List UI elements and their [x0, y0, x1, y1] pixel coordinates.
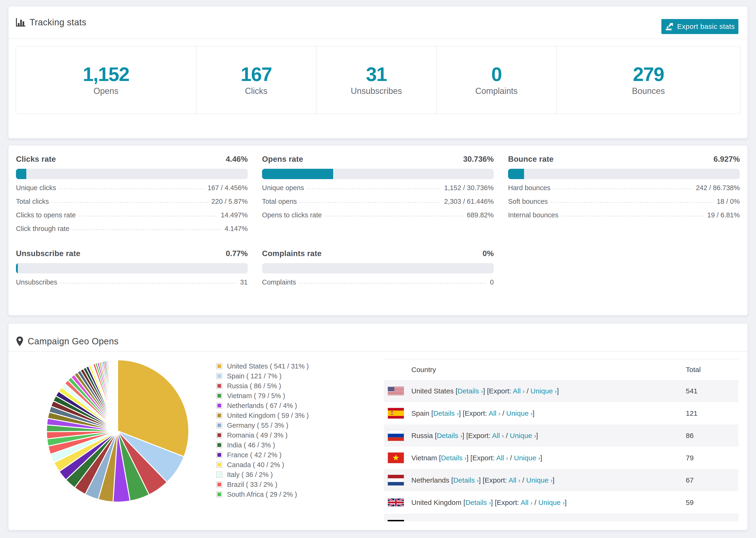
legend-label: Netherlands ( 67 / 4% ): [227, 402, 297, 409]
flag-ru-icon: [388, 430, 404, 441]
legend-swatch: [216, 432, 222, 438]
export-unique-link[interactable]: Unique ›: [531, 387, 557, 395]
rate-detail-row: Complaints0: [262, 278, 494, 292]
rate-detail-label: Internal bounces: [508, 211, 558, 219]
details-link[interactable]: Details ›: [444, 521, 470, 521]
rate-progress-fill: [16, 263, 18, 273]
export-all-link[interactable]: All ›: [509, 476, 520, 484]
rate-value: 4.46%: [226, 155, 248, 164]
geo-table-row-es: Spain [Details ›] [Export: All › / Uniqu…: [384, 402, 738, 424]
details-link[interactable]: Details ›: [465, 499, 491, 506]
legend-swatch: [216, 363, 222, 369]
flag-de-icon: [388, 520, 404, 521]
details-link[interactable]: Details ›: [453, 476, 479, 484]
rate-detail-row: Soft bounces18 / 0%: [508, 198, 740, 211]
export-all-link[interactable]: All ›: [521, 499, 532, 506]
stat-label: Bounces: [632, 86, 665, 96]
rate-detail-value: 4.147%: [225, 225, 248, 233]
details-link[interactable]: Details ›: [441, 454, 466, 462]
export-button-label: Export basic stats: [677, 23, 735, 30]
legend-item: Spain ( 121 / 7% ): [216, 371, 309, 381]
export-unique-link[interactable]: Unique ›: [514, 454, 540, 462]
legend-label: Brazil ( 33 / 2% ): [227, 481, 277, 488]
dotted-leader: [299, 283, 487, 284]
export-unique-link[interactable]: Unique ›: [517, 521, 544, 521]
tracking-stats-card: Tracking stats Export basic stats 1,152O…: [8, 6, 748, 139]
details-link[interactable]: Details ›: [433, 409, 459, 417]
geo-table-row-us: United States [Details ›] [Export: All ›…: [384, 380, 738, 402]
rate-block-bounce-rate: Bounce rate6.927%Hard bounces242 / 86.73…: [508, 155, 740, 239]
total-cell: 86: [686, 424, 738, 447]
rate-progress-bar: [16, 169, 248, 179]
country-cell: Russia [Details ›] [Export: All › / Uniq…: [411, 424, 686, 447]
export-basic-stats-button[interactable]: Export basic stats: [661, 19, 738, 34]
tracking-stats-header: Tracking stats Export basic stats: [9, 6, 747, 39]
rate-title: Unsubscribe rate: [16, 249, 80, 258]
campaign-geo-opens-card: Campaign Geo Opens United States ( 541 /…: [8, 323, 748, 530]
export-all-link[interactable]: All ›: [492, 432, 504, 439]
geo-table-container[interactable]: Country Total United States [Details ›] …: [384, 359, 738, 521]
legend-swatch: [216, 383, 222, 389]
country-cell: Germany [Details ›] [Export: All › / Uni…: [411, 513, 686, 521]
dotted-leader: [300, 202, 441, 203]
details-link[interactable]: Details ›: [458, 387, 483, 395]
country-cell: Netherlands [Details ›] [Export: All › /…: [411, 469, 686, 491]
pie-slice[interactable]: [117, 360, 118, 431]
rate-detail-row: Unique opens1,152 / 30.736%: [262, 184, 494, 198]
stat-value: 0: [491, 64, 502, 85]
geo-opens-pie-chart[interactable]: [45, 358, 190, 504]
export-unique-link[interactable]: Unique ›: [510, 432, 536, 439]
export-all-link[interactable]: All ›: [489, 409, 500, 417]
stat-label: Complaints: [475, 86, 518, 96]
rates-card: Clicks rate4.46%Unique clicks167 / 4.456…: [8, 145, 748, 316]
geo-table-row-gb: United Kingdom [Details ›] [Export: All …: [384, 491, 738, 513]
export-unique-link[interactable]: Unique ›: [526, 476, 553, 484]
campaign-geo-opens-title: Campaign Geo Opens: [28, 336, 119, 347]
export-unique-link[interactable]: Unique ›: [506, 409, 532, 417]
export-all-link[interactable]: All ›: [500, 521, 512, 521]
dotted-leader: [307, 188, 441, 189]
legend-swatch: [216, 471, 222, 478]
dotted-leader: [59, 188, 204, 189]
legend-swatch: [216, 442, 222, 448]
rate-detail-label: Opens to clicks rate: [262, 211, 322, 219]
export-icon: [665, 22, 674, 31]
legend-label: Germany ( 55 / 3% ): [227, 422, 288, 429]
legend-item: France ( 42 / 2% ): [216, 450, 309, 460]
country-cell: United Kingdom [Details ›] [Export: All …: [411, 491, 686, 513]
export-all-link[interactable]: All ›: [513, 387, 524, 395]
legend-label: India ( 46 / 3% ): [227, 441, 275, 449]
total-cell: 59: [686, 491, 738, 513]
stat-cell-complaints: 0Complaints: [437, 46, 557, 114]
legend-swatch: [216, 393, 222, 399]
dotted-leader: [325, 216, 464, 216]
rate-detail-label: Total clicks: [16, 198, 49, 205]
dotted-leader: [73, 229, 221, 230]
details-link[interactable]: Details ›: [437, 432, 462, 439]
rate-detail-value: 220 / 5.87%: [211, 198, 248, 205]
rate-detail-row: Click through rate4.147%: [16, 225, 248, 239]
export-unique-link[interactable]: Unique ›: [538, 499, 565, 506]
flag-cell: [384, 469, 411, 491]
flag-vn-icon: [388, 452, 404, 463]
geo-table-row-nl: Netherlands [Details ›] [Export: All › /…: [384, 469, 738, 491]
rate-progress-fill: [262, 169, 333, 179]
rate-value: 0%: [482, 249, 494, 258]
flag-cell: [384, 447, 411, 469]
legend-item: Russia ( 86 / 5% ): [216, 381, 309, 391]
stat-cell-unsubscribes: 31Unsubscribes: [316, 46, 437, 114]
stat-value: 1,152: [82, 64, 129, 85]
map-pin-icon: [16, 336, 24, 347]
stat-cell-opens: 1,152Opens: [16, 46, 196, 114]
rate-value: 30.736%: [463, 155, 494, 164]
total-cell: 121: [686, 402, 738, 424]
total-column-header: Total: [686, 359, 738, 380]
rate-detail-value: 0: [490, 278, 494, 286]
stat-cell-clicks: 167Clicks: [196, 46, 317, 114]
country-cell: Spain [Details ›] [Export: All › / Uniqu…: [411, 402, 686, 424]
export-all-link[interactable]: All ›: [496, 454, 508, 462]
stat-value: 279: [633, 64, 664, 85]
legend-label: South Africa ( 29 / 2% ): [227, 491, 297, 498]
dotted-leader: [79, 216, 218, 216]
campaign-geo-opens-header: Campaign Geo Opens: [9, 323, 747, 351]
